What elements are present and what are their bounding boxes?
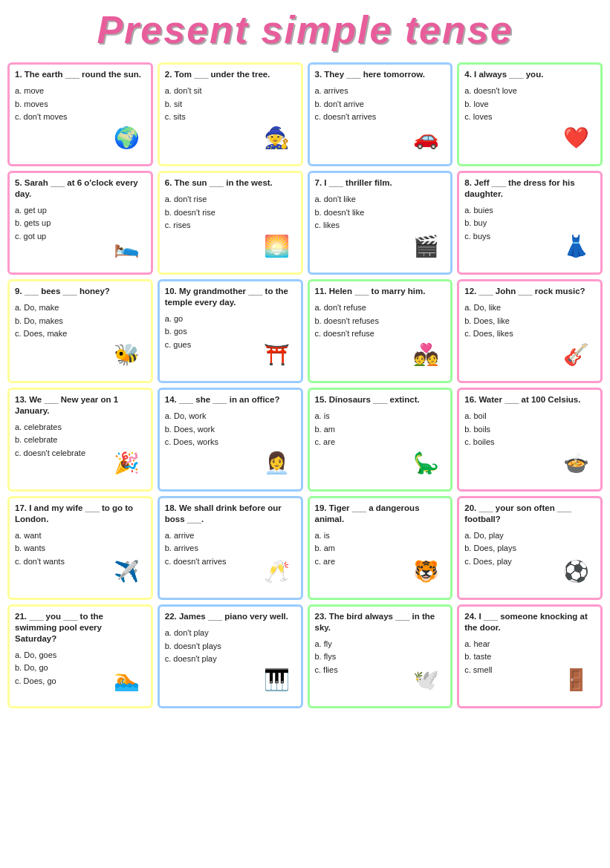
card-21-question: 21. ___ you ___ to the swimming pool eve… [15, 611, 146, 645]
card-21-icon: 🏊 [106, 659, 147, 700]
card-13-option: a. celebrates [15, 421, 146, 434]
card-7-option: a. don't like [315, 193, 446, 206]
card-15-option: a. is [315, 410, 446, 423]
card-24-question: 24. I ___ someone knocking at the door. [464, 611, 595, 633]
card-7-option: b. doesn't like [315, 206, 446, 220]
card-1-icon: 🌍 [106, 117, 147, 158]
card-19-icon: 🐯 [406, 551, 447, 592]
exercise-grid: 1. The earth ___ round the sun.a. moveb.… [0, 58, 610, 716]
card-11: 11. Helen ___ to marry him.a. don't refu… [308, 279, 453, 383]
card-19-option: a. is [315, 529, 446, 543]
card-18-option: a. arrive [165, 529, 296, 543]
card-17: 17. I and my wife ___ to go to London.a.… [7, 496, 153, 600]
card-3-question: 3. They ___ here tomorrow. [315, 69, 446, 80]
card-3: 3. They ___ here tomorrow.a. arrivesb. d… [308, 62, 453, 166]
card-17-option: a. want [15, 529, 146, 543]
card-1-option: b. moves [15, 98, 146, 111]
card-6-option: a. don't rise [165, 193, 296, 206]
card-5-question: 5. Sarah ___ at 6 o'clock every day. [15, 177, 146, 200]
card-9-option: a. Do, make [15, 301, 146, 315]
card-6-icon: 🌅 [256, 226, 297, 267]
card-18: 18. We shall drink before our boss ___.a… [158, 496, 303, 600]
card-10-option: a. go [165, 313, 296, 326]
card-9: 9. ___ bees ___ honey?a. Do, makeb. Do, … [7, 279, 153, 383]
card-1-option: a. move [15, 85, 146, 98]
card-6: 6. The sun ___ in the west.a. don't rise… [158, 171, 303, 275]
card-6-question: 6. The sun ___ in the west. [165, 177, 296, 189]
card-10-icon: ⛩️ [256, 334, 297, 375]
card-5-icon: 🛌 [106, 226, 147, 267]
card-12: 12. ___ John ___ rock music?a. Do, likeb… [457, 279, 603, 383]
card-14-icon: 👩‍💼 [256, 443, 297, 483]
card-2-option: b. sit [165, 98, 296, 111]
card-14-option: b. Does, work [165, 423, 296, 437]
card-23-question: 23. The bird always ___ in the sky. [315, 611, 446, 633]
card-14-question: 14. ___ she ___ in an office? [165, 394, 296, 405]
card-9-question: 9. ___ bees ___ honey? [15, 286, 146, 297]
card-16-icon: 🍲 [556, 443, 597, 483]
card-23-icon: 🕊️ [406, 659, 447, 700]
card-10-question: 10. My grandmother ___ to the temple eve… [165, 286, 296, 308]
card-22: 22. James ___ piano very well.a. don't p… [158, 604, 303, 708]
card-13-icon: 🎉 [106, 443, 147, 483]
card-16-question: 16. Water ___ at 100 Celsius. [464, 394, 595, 405]
card-4-question: 4. I always ___ you. [464, 69, 595, 80]
card-2-option: a. don't sit [165, 85, 296, 98]
card-2-icon: 🧙 [256, 117, 297, 158]
card-3-option: b. don't arrive [315, 98, 446, 111]
card-2: 2. Tom ___ under the tree.a. don't sitb.… [158, 62, 303, 166]
card-12-option: b. Does, like [464, 315, 595, 328]
card-19-question: 19. Tiger ___ a dangerous animal. [315, 503, 446, 525]
card-18-icon: 🥂 [256, 551, 297, 592]
card-3-icon: 🚗 [406, 117, 447, 158]
card-24-icon: 🚪 [556, 659, 597, 700]
card-24-option: a. hear [464, 638, 595, 651]
card-4-option: b. love [464, 98, 595, 111]
card-1: 1. The earth ___ round the sun.a. moveb.… [7, 62, 153, 166]
card-13: 13. We ___ New year on 1 January.a. cele… [7, 388, 153, 492]
card-15-question: 15. Dinosaurs ___ extinct. [315, 394, 446, 405]
card-22-icon: 🎹 [256, 659, 297, 700]
card-7-icon: 🎬 [406, 226, 447, 267]
card-8-option: a. buies [464, 204, 595, 218]
card-14: 14. ___ she ___ in an office?a. Do, work… [158, 388, 303, 492]
card-15: 15. Dinosaurs ___ extinct.a. isb. amc. a… [308, 388, 453, 492]
card-20: 20. ___ your son often ___ football?a. D… [457, 496, 603, 600]
card-12-icon: 🎸 [556, 334, 597, 375]
card-17-question: 17. I and my wife ___ to go to London. [15, 503, 146, 525]
card-7-question: 7. I ___ thriller film. [315, 177, 446, 189]
card-11-question: 11. Helen ___ to marry him. [315, 286, 446, 297]
card-20-icon: ⚽ [556, 551, 597, 592]
page-title: Present simple tense [0, 0, 610, 58]
card-19: 19. Tiger ___ a dangerous animal.a. isb.… [308, 496, 453, 600]
card-13-question: 13. We ___ New year on 1 January. [15, 394, 146, 417]
card-16: 16. Water ___ at 100 Celsius.a. boilb. b… [457, 388, 603, 492]
card-14-option: a. Do, work [165, 410, 296, 423]
card-21: 21. ___ you ___ to the swimming pool eve… [7, 604, 153, 708]
card-17-icon: ✈️ [106, 551, 147, 592]
card-18-question: 18. We shall drink before our boss ___. [165, 503, 296, 525]
card-8: 8. Jeff ___ the dress for his daughter.a… [457, 171, 603, 275]
card-12-question: 12. ___ John ___ rock music? [464, 286, 595, 297]
card-1-question: 1. The earth ___ round the sun. [15, 69, 146, 80]
card-10: 10. My grandmother ___ to the temple eve… [158, 279, 303, 383]
card-8-icon: 👗 [556, 226, 597, 267]
card-6-option: b. doesn't rise [165, 206, 296, 220]
card-9-option: b. Do, makes [15, 315, 146, 328]
card-23: 23. The bird always ___ in the sky.a. fl… [308, 604, 453, 708]
card-11-option: a. don't refuse [315, 301, 446, 315]
card-12-option: a. Do, like [464, 301, 595, 315]
card-22-option: a. don't play [165, 627, 296, 640]
card-16-option: a. boil [464, 410, 595, 423]
card-3-option: a. arrives [315, 85, 446, 98]
card-11-option: b. doesn't refuses [315, 315, 446, 328]
card-23-option: a. fly [315, 638, 446, 651]
card-5: 5. Sarah ___ at 6 o'clock every day.a. g… [7, 171, 153, 275]
card-15-icon: 🦕 [406, 443, 447, 483]
card-16-option: b. boils [464, 423, 595, 437]
card-15-option: b. am [315, 423, 446, 437]
card-7: 7. I ___ thriller film.a. don't likeb. d… [308, 171, 453, 275]
card-4-option: a. doesn't love [464, 85, 595, 98]
card-4: 4. I always ___ you.a. doesn't loveb. lo… [457, 62, 603, 166]
card-20-option: a. Do, play [464, 529, 595, 543]
